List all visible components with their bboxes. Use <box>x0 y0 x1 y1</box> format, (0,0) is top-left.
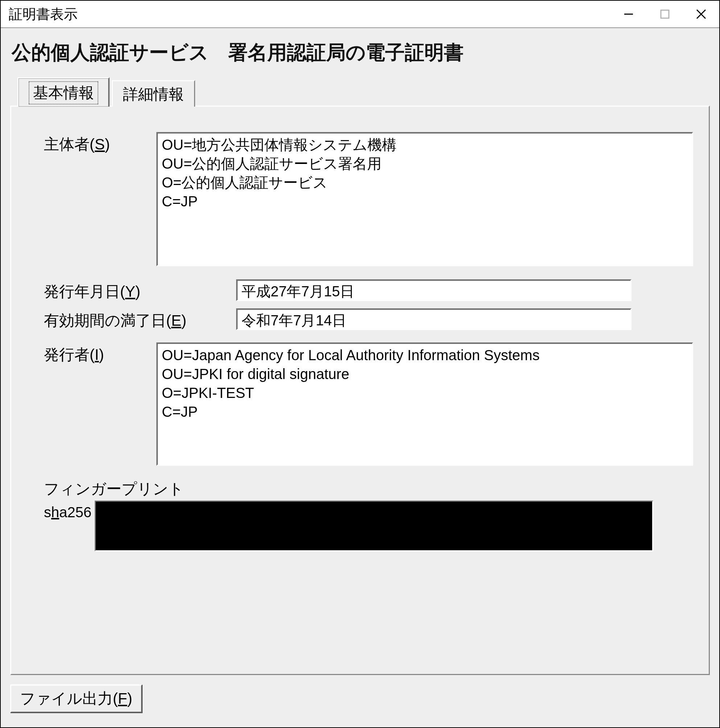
row-expiry-date: 有効期間の満了日(E) 令和7年7月14日 <box>44 308 691 331</box>
fingerprint-block: フィンガープリント sha256 <box>44 479 691 551</box>
svg-rect-1 <box>661 10 669 18</box>
label-issuer: 発行者(I) <box>44 343 156 365</box>
label-expiry-date: 有効期間の満了日(E) <box>44 308 236 331</box>
label-fingerprint: フィンガープリント <box>44 479 691 499</box>
maximize-icon <box>658 8 671 21</box>
field-fingerprint-sha256[interactable] <box>95 500 653 551</box>
button-bar: ファイル出力(F) <box>10 684 710 713</box>
close-button[interactable] <box>683 1 719 28</box>
tab-detail-info-label: 詳細情報 <box>123 86 184 102</box>
tab-basic-info[interactable]: 基本情報 <box>17 77 110 107</box>
client-area: 公的個人認証サービス 署名用認証局の電子証明書 基本情報 詳細情報 主体者(S)… <box>1 28 719 727</box>
window-controls <box>610 1 719 28</box>
page-heading: 公的個人認証サービス 署名用認証局の電子証明書 <box>12 40 710 66</box>
tab-detail-info[interactable]: 詳細情報 <box>112 80 195 107</box>
tab-panel-basic: 主体者(S) 発行年月日(Y) 平成27年7月15日 有効期間の満了日(E) 令… <box>10 106 710 675</box>
minimize-icon <box>622 8 635 21</box>
field-issue-date[interactable]: 平成27年7月15日 <box>236 279 631 301</box>
window-title: 証明書表示 <box>9 5 78 24</box>
tab-basic-info-label: 基本情報 <box>29 81 98 104</box>
row-issue-date: 発行年月日(Y) 平成27年7月15日 <box>44 279 691 302</box>
row-subject: 主体者(S) <box>44 132 691 268</box>
file-output-button[interactable]: ファイル出力(F) <box>10 684 142 713</box>
minimize-button[interactable] <box>610 1 647 28</box>
tab-strip: 基本情報 詳細情報 <box>10 76 710 106</box>
maximize-button[interactable] <box>647 1 683 28</box>
title-bar[interactable]: 証明書表示 <box>1 1 719 28</box>
label-issue-date: 発行年月日(Y) <box>44 279 236 302</box>
field-subject[interactable] <box>156 132 693 266</box>
label-fingerprint-algo: sha256 <box>44 500 95 520</box>
row-issuer: 発行者(I) <box>44 343 691 467</box>
close-icon <box>695 8 708 21</box>
certificate-window: 証明書表示 公的個人認証サービス 署名用認証局の電子証明書 基本情報 詳細情報 <box>0 0 720 728</box>
label-subject: 主体者(S) <box>44 132 156 154</box>
field-issuer[interactable] <box>156 343 693 466</box>
field-expiry-date[interactable]: 令和7年7月14日 <box>236 308 631 330</box>
